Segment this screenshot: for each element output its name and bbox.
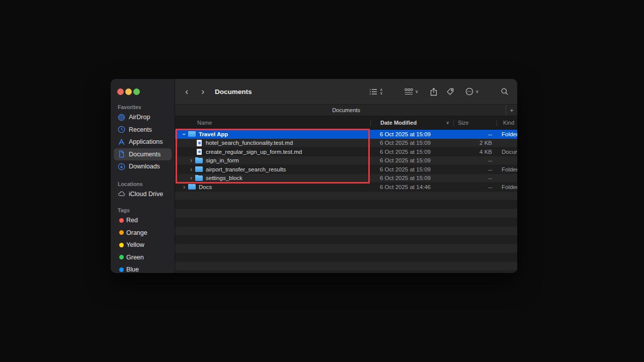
zoom-button[interactable]	[133, 88, 140, 95]
sidebar-item-tag-red[interactable]: Red	[114, 214, 172, 227]
page-title: Documents	[215, 79, 252, 104]
table-row-travel-app[interactable]: › Travel App 6 Oct 2025 at 15:09 -- Fold…	[175, 130, 517, 139]
file-kind: Folder	[496, 184, 517, 190]
sidebar-item-tag-orange[interactable]: Orange	[114, 227, 172, 239]
sort-descending-icon: ∨	[446, 120, 449, 125]
chevron-down-icon: ∨	[475, 89, 479, 94]
file-kind: Folder	[496, 166, 517, 172]
file-list: › Travel App 6 Oct 2025 at 15:09 -- Fold…	[175, 130, 517, 273]
markdown-file-icon	[197, 140, 202, 146]
sidebar-item-downloads[interactable]: Downloads	[114, 160, 172, 173]
sidebar-item-documents[interactable]: Documents	[114, 148, 172, 161]
disclosure-collapsed-icon[interactable]: ›	[188, 166, 194, 172]
table-row-create-signup[interactable]: › create_regular_sign_up_form.test.md 6 …	[175, 147, 517, 156]
sidebar: Favorites AirDrop Recents Applications	[111, 79, 175, 273]
file-name: Travel App	[199, 131, 228, 137]
more-actions-button[interactable]: ∨	[465, 79, 479, 104]
file-name: create_regular_sign_up_form.test.md	[206, 149, 302, 155]
file-kind: Document	[496, 140, 502, 146]
share-button[interactable]	[430, 79, 438, 104]
date-modified: 6 Oct 2025 at 15:09	[370, 157, 453, 163]
sidebar-section-locations: Locations	[114, 180, 172, 188]
window-controls	[117, 88, 140, 95]
sidebar-item-tag-blue[interactable]: Blue	[114, 263, 172, 273]
forward-button[interactable]: ›	[201, 79, 204, 104]
group-button[interactable]: ∨	[405, 79, 419, 104]
sort-toggle-icon: ∧∨	[380, 88, 383, 95]
new-tab-button[interactable]: +	[506, 105, 517, 116]
sidebar-section-tags: Tags	[114, 206, 172, 214]
download-circle-icon	[118, 163, 125, 170]
file-size: --	[453, 166, 496, 172]
tags-button[interactable]	[446, 79, 454, 104]
orange-tag-dot-icon	[119, 230, 124, 235]
table-row-hotel-search[interactable]: › hotel_search_functionality.test.md 6 O…	[175, 139, 182, 148]
view-list-button[interactable]: ∧∨	[369, 79, 383, 104]
file-kind: Folder	[496, 131, 517, 137]
tab-bar: Documents +	[175, 104, 517, 116]
search-icon	[501, 87, 509, 96]
disclosure-expanded-icon[interactable]: ›	[181, 131, 187, 137]
column-header-name[interactable]: Name	[175, 120, 370, 126]
file-size: --	[453, 175, 496, 181]
document-icon	[118, 150, 125, 158]
sidebar-item-label: AirDrop	[129, 114, 150, 121]
blue-tag-dot-icon	[119, 267, 124, 272]
file-size: 4 KB	[453, 149, 496, 155]
date-modified: 6 Oct 2025 at 15:09	[370, 175, 453, 181]
sidebar-item-label: iCloud Drive	[129, 191, 163, 198]
minimize-button[interactable]	[125, 88, 132, 95]
file-kind: Document	[496, 149, 517, 155]
disclosure-collapsed-icon[interactable]: ›	[188, 175, 194, 181]
back-button[interactable]: ‹	[185, 79, 188, 104]
date-modified: 6 Oct 2025 at 15:09	[370, 131, 453, 137]
chevron-down-icon: ∨	[415, 89, 419, 94]
cloud-icon	[118, 190, 125, 198]
sidebar-item-airdrop[interactable]: AirDrop	[114, 111, 172, 124]
sidebar-item-label: Orange	[126, 229, 147, 236]
column-header-size[interactable]: Size	[454, 120, 497, 126]
column-header-label: Date Modified	[380, 120, 417, 126]
table-row-settings-block[interactable]: › settings_block 6 Oct 2025 at 15:09 -- …	[175, 174, 182, 183]
date-modified: 6 Oct 2025 at 15:09	[370, 149, 453, 155]
folder-icon	[195, 158, 203, 163]
tab-documents[interactable]: Documents	[332, 107, 360, 113]
sidebar-item-recents[interactable]: Recents	[114, 124, 172, 136]
finder-window: Favorites AirDrop Recents Applications	[111, 79, 517, 273]
sidebar-item-label: Documents	[129, 151, 160, 158]
column-header-kind[interactable]: Kind	[497, 120, 517, 126]
sidebar-item-label: Green	[126, 254, 144, 261]
disclosure-collapsed-icon[interactable]: ›	[181, 184, 187, 190]
applications-icon	[118, 138, 125, 146]
sidebar-section-favorites: Favorites	[114, 103, 172, 111]
close-button[interactable]	[117, 88, 124, 95]
folder-icon	[195, 175, 203, 181]
sidebar-item-icloud-drive[interactable]: iCloud Drive	[114, 188, 172, 201]
sidebar-item-tag-green[interactable]: Green	[114, 251, 172, 264]
folder-icon	[188, 131, 196, 137]
column-header-date-modified[interactable]: Date Modified ∨	[371, 120, 453, 126]
date-modified: 6 Oct 2025 at 15:09	[370, 140, 453, 146]
airdrop-icon	[118, 114, 125, 121]
table-row-airport-transfer[interactable]: › airport_transfer_search_results 6 Oct …	[175, 165, 517, 174]
file-name: hotel_search_functionality.test.md	[206, 140, 293, 146]
file-name: settings_block	[206, 175, 243, 181]
sidebar-item-label: Recents	[129, 126, 152, 133]
date-modified: 6 Oct 2025 at 14:46	[370, 184, 453, 190]
file-size: --	[453, 184, 496, 190]
column-headers: Name Date Modified ∨ Size Kind	[175, 116, 517, 130]
table-row-docs[interactable]: › Docs 6 Oct 2025 at 14:46 -- Folder	[175, 183, 517, 192]
sidebar-item-applications[interactable]: Applications	[114, 136, 172, 148]
folder-icon	[195, 166, 203, 172]
sidebar-item-tag-yellow[interactable]: Yellow	[114, 239, 172, 251]
markdown-file-icon	[197, 149, 202, 155]
main-pane: ‹ › Documents ∧∨	[175, 79, 517, 273]
disclosure-collapsed-icon[interactable]: ›	[188, 157, 194, 163]
toolbar: ‹ › Documents ∧∨	[175, 79, 517, 104]
table-row-sign-in-form[interactable]: › sign_in_form 6 Oct 2025 at 15:09 -- Fo…	[175, 156, 182, 165]
file-kind: Folder	[496, 157, 502, 163]
sidebar-item-label: Downloads	[129, 163, 160, 170]
green-tag-dot-icon	[119, 255, 124, 259]
file-size: 2 KB	[453, 140, 496, 146]
search-button[interactable]	[501, 79, 509, 104]
